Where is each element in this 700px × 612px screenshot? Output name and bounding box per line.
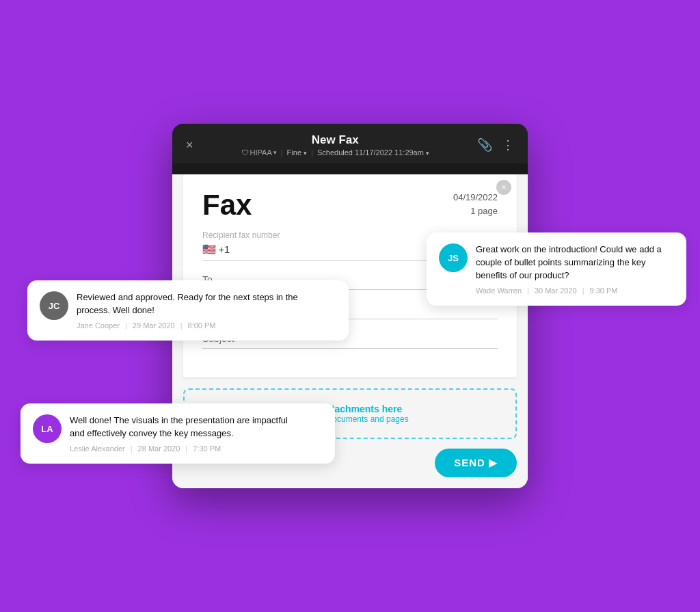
date-jc: 29 Mar 2020 (133, 321, 175, 330)
date-la: 28 Mar 2020 (138, 444, 180, 453)
hipaa-badge[interactable]: 🛡 HIPAA ▾ (241, 148, 277, 157)
comment-card-js: JS Great work on the introduction! Could… (427, 232, 686, 306)
comment-text-js: Great work on the introduction! Could we… (476, 243, 674, 282)
fine-chevron-icon: ▾ (304, 150, 307, 157)
comment-text-jc: Reviewed and approved. Ready for the nex… (77, 291, 309, 317)
comment-card-la: LA Well done! The visuals in the present… (21, 403, 335, 464)
header-center: New Fax 🛡 HIPAA ▾ | Fine ▾ | Scheduled 1… (193, 133, 477, 157)
header-left: × (186, 138, 193, 152)
fine-dropdown[interactable]: Fine ▾ (287, 148, 307, 157)
window-header: × New Fax 🛡 HIPAA ▾ | Fine ▾ | Scheduled… (172, 124, 528, 163)
comment-text-la: Well done! The visuals in the presentati… (70, 414, 302, 440)
date-js: 30 Mar 2020 (535, 287, 577, 295)
avatar-la: LA (33, 414, 62, 443)
fax-pages: 1 page (453, 204, 498, 218)
comment-meta-js: Wade Warren | 30 Mar 2020 | 9:30 PM (476, 287, 674, 295)
avatar-js: JS (439, 243, 468, 272)
fax-form-header: Fax 04/19/2022 1 page (202, 191, 498, 219)
fax-form-close-button[interactable]: × (496, 180, 511, 195)
more-menu-icon[interactable]: ⋮ (502, 137, 514, 152)
divider-2: | (311, 148, 313, 157)
author-jc: Jane Cooper (77, 321, 120, 330)
fax-date: 04/19/2022 (453, 191, 498, 204)
author-js: Wade Warren (476, 287, 522, 295)
header-subtitle: 🛡 HIPAA ▾ | Fine ▾ | Scheduled 11/17/202… (193, 148, 477, 157)
time-la: 7:30 PM (193, 444, 221, 453)
scheduled-dropdown[interactable]: Scheduled 11/17/2022 11:29am ▾ (317, 148, 429, 157)
attach-icon[interactable]: 📎 (477, 137, 492, 152)
comment-card-jc: JC Reviewed and approved. Ready for the … (27, 280, 349, 341)
fax-form-title: Fax (202, 191, 252, 219)
comment-meta-jc: Jane Cooper | 29 Mar 2020 | 8:00 PM (77, 321, 309, 330)
close-button[interactable]: × (186, 138, 193, 152)
window-title: New Fax (193, 133, 477, 147)
avatar-jc: JC (40, 291, 68, 320)
time-js: 9:30 PM (590, 287, 618, 295)
shield-icon: 🛡 (241, 148, 249, 157)
header-right: 📎 ⋮ (477, 137, 514, 152)
fax-meta: 04/19/2022 1 page (453, 191, 498, 217)
flag-icon: 🇺🇸 (202, 243, 216, 256)
divider-1: | (281, 148, 283, 157)
scheduled-chevron-icon: ▾ (426, 150, 429, 157)
send-button[interactable]: SEND ▶ (435, 449, 517, 477)
hipaa-chevron-icon: ▾ (273, 149, 277, 156)
time-jc: 8:00 PM (187, 321, 215, 330)
author-la: Leslie Alexander (70, 444, 125, 453)
comment-meta-la: Leslie Alexander | 28 Mar 2020 | 7:30 PM (70, 444, 302, 453)
